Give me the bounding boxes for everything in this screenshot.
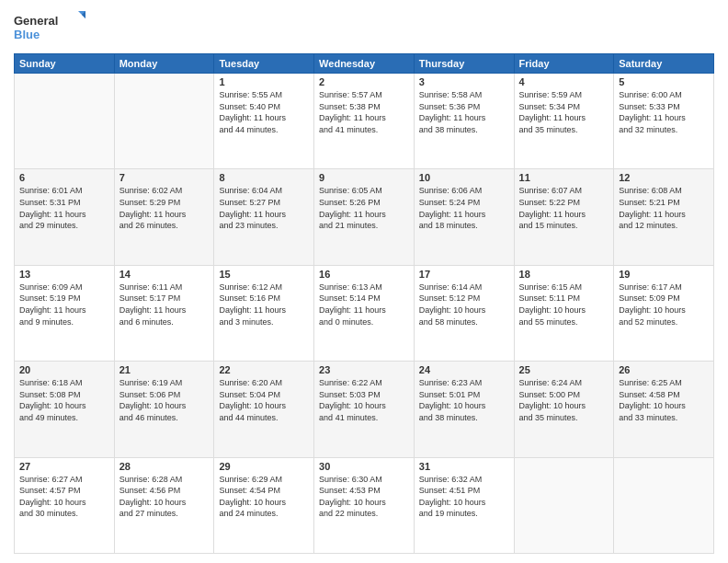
calendar-cell: 23Sunrise: 6:22 AM Sunset: 5:03 PM Dayli… bbox=[314, 362, 415, 457]
calendar-day-header: Saturday bbox=[614, 54, 714, 74]
day-number: 9 bbox=[319, 172, 409, 183]
day-number: 23 bbox=[319, 364, 409, 375]
day-number: 14 bbox=[119, 269, 210, 280]
calendar-header-row: SundayMondayTuesdayWednesdayThursdayFrid… bbox=[15, 54, 714, 74]
day-number: 13 bbox=[19, 269, 109, 280]
calendar-week-row: 1Sunrise: 5:55 AM Sunset: 5:40 PM Daylig… bbox=[15, 74, 714, 169]
day-number: 17 bbox=[419, 269, 509, 280]
calendar-cell: 27Sunrise: 6:27 AM Sunset: 4:57 PM Dayli… bbox=[15, 457, 115, 553]
calendar-cell: 3Sunrise: 5:58 AM Sunset: 5:36 PM Daylig… bbox=[414, 74, 514, 169]
day-number: 22 bbox=[219, 364, 309, 375]
calendar-cell: 13Sunrise: 6:09 AM Sunset: 5:19 PM Dayli… bbox=[15, 265, 115, 361]
day-number: 31 bbox=[419, 461, 509, 472]
day-number: 1 bbox=[219, 76, 309, 87]
day-content: Sunrise: 6:02 AM Sunset: 5:29 PM Dayligh… bbox=[119, 185, 210, 231]
calendar-cell: 16Sunrise: 6:13 AM Sunset: 5:14 PM Dayli… bbox=[314, 265, 415, 361]
calendar-cell bbox=[114, 74, 214, 169]
calendar-cell: 14Sunrise: 6:11 AM Sunset: 5:17 PM Dayli… bbox=[114, 265, 214, 361]
calendar-cell: 17Sunrise: 6:14 AM Sunset: 5:12 PM Dayli… bbox=[414, 265, 514, 361]
calendar-week-row: 20Sunrise: 6:18 AM Sunset: 5:08 PM Dayli… bbox=[15, 362, 714, 457]
calendar-cell: 20Sunrise: 6:18 AM Sunset: 5:08 PM Dayli… bbox=[15, 362, 115, 457]
day-content: Sunrise: 6:05 AM Sunset: 5:26 PM Dayligh… bbox=[319, 185, 409, 231]
day-content: Sunrise: 6:01 AM Sunset: 5:31 PM Dayligh… bbox=[19, 185, 109, 231]
calendar-cell: 9Sunrise: 6:05 AM Sunset: 5:26 PM Daylig… bbox=[314, 169, 415, 265]
calendar-cell: 26Sunrise: 6:25 AM Sunset: 4:58 PM Dayli… bbox=[614, 362, 714, 457]
calendar-cell: 5Sunrise: 6:00 AM Sunset: 5:33 PM Daylig… bbox=[614, 74, 714, 169]
calendar-day-header: Wednesday bbox=[314, 54, 415, 74]
day-content: Sunrise: 5:57 AM Sunset: 5:38 PM Dayligh… bbox=[319, 89, 409, 135]
logo: General Blue bbox=[14, 9, 87, 46]
day-content: Sunrise: 6:24 AM Sunset: 5:00 PM Dayligh… bbox=[519, 377, 609, 423]
calendar-week-row: 6Sunrise: 6:01 AM Sunset: 5:31 PM Daylig… bbox=[15, 169, 714, 265]
calendar-week-row: 27Sunrise: 6:27 AM Sunset: 4:57 PM Dayli… bbox=[15, 457, 714, 553]
day-number: 20 bbox=[19, 364, 109, 375]
calendar-cell: 10Sunrise: 6:06 AM Sunset: 5:24 PM Dayli… bbox=[414, 169, 514, 265]
day-content: Sunrise: 6:13 AM Sunset: 5:14 PM Dayligh… bbox=[319, 282, 409, 327]
calendar-day-header: Tuesday bbox=[214, 54, 314, 74]
day-content: Sunrise: 6:14 AM Sunset: 5:12 PM Dayligh… bbox=[419, 282, 509, 327]
day-content: Sunrise: 6:30 AM Sunset: 4:53 PM Dayligh… bbox=[319, 474, 409, 520]
day-content: Sunrise: 6:28 AM Sunset: 4:56 PM Dayligh… bbox=[119, 474, 210, 520]
day-content: Sunrise: 6:08 AM Sunset: 5:21 PM Dayligh… bbox=[619, 185, 709, 231]
calendar-cell bbox=[614, 457, 714, 553]
day-number: 21 bbox=[119, 364, 210, 375]
day-content: Sunrise: 6:06 AM Sunset: 5:24 PM Dayligh… bbox=[419, 185, 509, 231]
calendar-cell: 7Sunrise: 6:02 AM Sunset: 5:29 PM Daylig… bbox=[114, 169, 214, 265]
day-content: Sunrise: 6:11 AM Sunset: 5:17 PM Dayligh… bbox=[119, 282, 210, 327]
day-number: 8 bbox=[219, 172, 309, 183]
day-number: 12 bbox=[619, 172, 709, 183]
day-number: 19 bbox=[619, 269, 709, 280]
calendar-cell: 12Sunrise: 6:08 AM Sunset: 5:21 PM Dayli… bbox=[614, 169, 714, 265]
calendar-cell: 19Sunrise: 6:17 AM Sunset: 5:09 PM Dayli… bbox=[614, 265, 714, 361]
day-number: 2 bbox=[319, 76, 409, 87]
day-content: Sunrise: 5:59 AM Sunset: 5:34 PM Dayligh… bbox=[519, 89, 609, 135]
day-number: 3 bbox=[419, 76, 509, 87]
calendar-day-header: Friday bbox=[514, 54, 614, 74]
day-number: 18 bbox=[519, 269, 609, 280]
day-content: Sunrise: 6:19 AM Sunset: 5:06 PM Dayligh… bbox=[119, 377, 210, 423]
calendar-cell: 6Sunrise: 6:01 AM Sunset: 5:31 PM Daylig… bbox=[15, 169, 115, 265]
day-content: Sunrise: 5:58 AM Sunset: 5:36 PM Dayligh… bbox=[419, 89, 509, 135]
day-content: Sunrise: 6:32 AM Sunset: 4:51 PM Dayligh… bbox=[419, 474, 509, 520]
calendar-day-header: Thursday bbox=[414, 54, 514, 74]
day-number: 15 bbox=[219, 269, 309, 280]
day-number: 11 bbox=[519, 172, 609, 183]
day-content: Sunrise: 6:25 AM Sunset: 4:58 PM Dayligh… bbox=[619, 377, 709, 423]
day-content: Sunrise: 6:17 AM Sunset: 5:09 PM Dayligh… bbox=[619, 282, 709, 327]
day-content: Sunrise: 6:29 AM Sunset: 4:54 PM Dayligh… bbox=[219, 474, 309, 520]
day-number: 24 bbox=[419, 364, 509, 375]
day-content: Sunrise: 6:15 AM Sunset: 5:11 PM Dayligh… bbox=[519, 282, 609, 327]
calendar-cell: 21Sunrise: 6:19 AM Sunset: 5:06 PM Dayli… bbox=[114, 362, 214, 457]
day-number: 29 bbox=[219, 461, 309, 472]
page: General Blue SundayMondayTuesdayWednesda… bbox=[0, 0, 728, 563]
calendar-cell: 18Sunrise: 6:15 AM Sunset: 5:11 PM Dayli… bbox=[514, 265, 614, 361]
day-content: Sunrise: 6:00 AM Sunset: 5:33 PM Dayligh… bbox=[619, 89, 709, 135]
day-number: 5 bbox=[619, 76, 709, 87]
day-content: Sunrise: 6:12 AM Sunset: 5:16 PM Dayligh… bbox=[219, 282, 309, 327]
day-content: Sunrise: 6:04 AM Sunset: 5:27 PM Dayligh… bbox=[219, 185, 309, 231]
calendar-cell: 2Sunrise: 5:57 AM Sunset: 5:38 PM Daylig… bbox=[314, 74, 415, 169]
calendar-day-header: Sunday bbox=[15, 54, 115, 74]
day-content: Sunrise: 6:20 AM Sunset: 5:04 PM Dayligh… bbox=[219, 377, 309, 423]
day-number: 26 bbox=[619, 364, 709, 375]
calendar-cell: 11Sunrise: 6:07 AM Sunset: 5:22 PM Dayli… bbox=[514, 169, 614, 265]
day-number: 25 bbox=[519, 364, 609, 375]
logo-svg: General Blue bbox=[14, 9, 87, 46]
calendar-cell: 4Sunrise: 5:59 AM Sunset: 5:34 PM Daylig… bbox=[514, 74, 614, 169]
day-content: Sunrise: 5:55 AM Sunset: 5:40 PM Dayligh… bbox=[219, 89, 309, 135]
svg-text:General: General bbox=[14, 14, 58, 28]
svg-text:Blue: Blue bbox=[14, 28, 40, 41]
day-content: Sunrise: 6:09 AM Sunset: 5:19 PM Dayligh… bbox=[19, 282, 109, 327]
calendar-cell: 15Sunrise: 6:12 AM Sunset: 5:16 PM Dayli… bbox=[214, 265, 314, 361]
calendar-table: SundayMondayTuesdayWednesdayThursdayFrid… bbox=[14, 53, 714, 554]
day-number: 16 bbox=[319, 269, 409, 280]
day-content: Sunrise: 6:23 AM Sunset: 5:01 PM Dayligh… bbox=[419, 377, 509, 423]
calendar-cell: 31Sunrise: 6:32 AM Sunset: 4:51 PM Dayli… bbox=[414, 457, 514, 553]
day-number: 27 bbox=[19, 461, 109, 472]
calendar-cell: 1Sunrise: 5:55 AM Sunset: 5:40 PM Daylig… bbox=[214, 74, 314, 169]
day-number: 10 bbox=[419, 172, 509, 183]
calendar-cell: 8Sunrise: 6:04 AM Sunset: 5:27 PM Daylig… bbox=[214, 169, 314, 265]
calendar-week-row: 13Sunrise: 6:09 AM Sunset: 5:19 PM Dayli… bbox=[15, 265, 714, 361]
day-number: 7 bbox=[119, 172, 210, 183]
calendar-cell: 28Sunrise: 6:28 AM Sunset: 4:56 PM Dayli… bbox=[114, 457, 214, 553]
